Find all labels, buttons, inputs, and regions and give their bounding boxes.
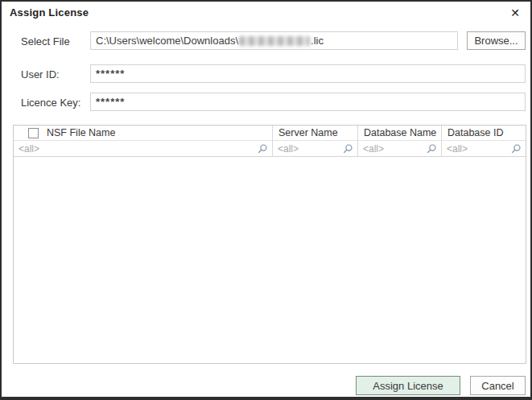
filter-database-id[interactable]: <all> [442, 141, 526, 156]
table-header-row: NSF File Name Server Name Database Name … [14, 126, 526, 141]
assign-license-button[interactable]: Assign License [356, 376, 460, 395]
licence-key-label: Licence Key: [21, 97, 80, 109]
select-file-input[interactable]: C:\Users\welcome\Downloads\.lic [90, 31, 458, 50]
table-filter-row: <all> <all> <all> [14, 141, 526, 157]
title-bar: Assign License ✕ [2, 2, 530, 24]
user-id-value: ****** [96, 68, 125, 80]
file-path-suffix: .lic [311, 35, 324, 47]
cancel-button[interactable]: Cancel [470, 376, 526, 395]
select-file-label: Select File [21, 35, 70, 47]
search-icon[interactable] [257, 143, 268, 155]
filter-nsf-file-name[interactable]: <all> [14, 141, 273, 156]
column-header-database-id[interactable]: Database ID [442, 126, 526, 140]
filter-server-name[interactable]: <all> [273, 141, 358, 156]
search-icon[interactable] [342, 143, 353, 155]
browse-button[interactable]: Browse... [467, 31, 526, 50]
nsf-file-table: NSF File Name Server Name Database Name … [13, 125, 526, 364]
dialog-title: Assign License [10, 6, 89, 19]
select-all-checkbox[interactable] [28, 128, 39, 138]
search-icon[interactable] [510, 143, 522, 155]
filter-database-name[interactable]: <all> [358, 141, 442, 156]
table-body-empty [14, 157, 526, 363]
column-header-nsf-file-name[interactable]: NSF File Name [14, 126, 273, 140]
file-path-prefix: C:\Users\welcome\Downloads\ [96, 35, 238, 47]
column-header-database-name[interactable]: Database Name [358, 126, 442, 140]
redacted-file-name [239, 36, 310, 46]
search-icon[interactable] [426, 143, 437, 155]
assign-license-button-label: Assign License [373, 380, 443, 392]
assign-license-dialog: Assign License ✕ Select File C:\Users\we… [0, 0, 532, 400]
cancel-button-label: Cancel [481, 380, 513, 392]
user-id-input[interactable]: ****** [90, 64, 526, 83]
close-icon[interactable]: ✕ [506, 5, 524, 21]
browse-button-label: Browse... [474, 35, 518, 47]
licence-key-input[interactable]: ****** [90, 93, 526, 111]
user-id-label: User ID: [21, 68, 60, 80]
column-header-server-name[interactable]: Server Name [273, 126, 358, 140]
licence-key-value: ****** [96, 96, 125, 108]
